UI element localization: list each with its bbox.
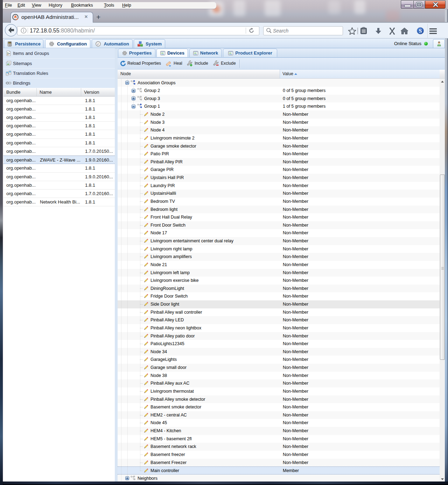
- svg-text:S: S: [419, 28, 422, 34]
